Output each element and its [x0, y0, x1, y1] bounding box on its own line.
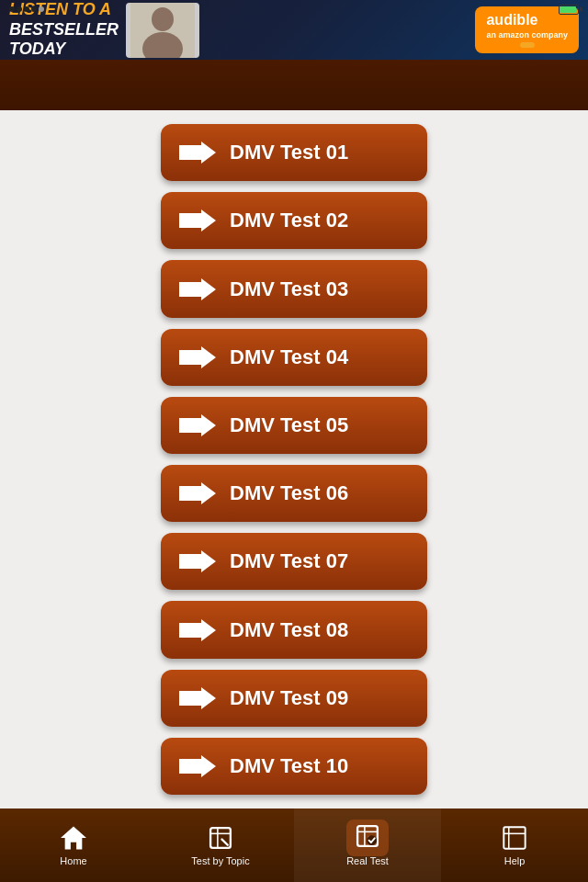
test-button-label: DMV Test 09	[230, 686, 348, 710]
test-button-1[interactable]: DMV Test 01	[161, 124, 427, 181]
test-button-label: DMV Test 10	[230, 754, 348, 778]
download-app-button[interactable]	[520, 42, 535, 48]
test-button-label: DMV Test 07	[230, 549, 348, 573]
tab-test-by-topic[interactable]: Test by Topic	[147, 808, 294, 882]
test-button-label: DMV Test 04	[230, 345, 348, 369]
test-button-label: DMV Test 01	[230, 141, 348, 164]
test-by-topic-tab-label: Test by Topic	[191, 855, 249, 866]
svg-marker-8	[179, 482, 216, 504]
test-button-10[interactable]: DMV Test 10	[161, 738, 427, 795]
signal-dots	[9, 6, 44, 12]
home-icon	[59, 825, 88, 851]
svg-marker-13	[61, 826, 86, 849]
real-test-tab-label: Real Test	[346, 855, 389, 866]
test-button-label: DMV Test 03	[230, 277, 348, 301]
test-button-label: DMV Test 05	[230, 413, 348, 437]
battery-icon	[559, 5, 579, 15]
test-button-7[interactable]: DMV Test 07	[161, 533, 427, 590]
test-by-topic-icon	[206, 825, 235, 851]
svg-marker-11	[179, 687, 216, 709]
tab-help[interactable]: Help	[441, 808, 588, 882]
svg-marker-7	[179, 414, 216, 436]
status-right	[559, 5, 579, 15]
svg-marker-12	[179, 755, 216, 777]
tab-home[interactable]: Home	[0, 808, 147, 882]
test-button-label: DMV Test 06	[230, 481, 348, 505]
help-tab-label: Help	[504, 855, 526, 866]
test-button-9[interactable]: DMV Test 09	[161, 670, 427, 727]
home-tab-label: Home	[60, 855, 86, 866]
test-button-6[interactable]: DMV Test 06	[161, 465, 427, 522]
svg-marker-10	[179, 619, 216, 641]
tab-bar: HomeTest by TopicReal TestHelp	[0, 808, 588, 882]
test-button-label: DMV Test 08	[230, 618, 348, 642]
status-left	[9, 6, 48, 12]
top-nav	[0, 60, 588, 110]
svg-marker-5	[179, 278, 216, 300]
svg-marker-6	[179, 346, 216, 368]
test-button-4[interactable]: DMV Test 04	[161, 329, 427, 386]
test-button-label: DMV Test 02	[230, 209, 348, 232]
test-button-8[interactable]: DMV Test 08	[161, 601, 427, 658]
help-icon	[500, 825, 529, 851]
test-button-3[interactable]: DMV Test 03	[161, 260, 427, 317]
main-content: DMV Test 01 DMV Test 02 DMV Test 03 DMV …	[0, 110, 588, 808]
svg-marker-9	[179, 550, 216, 572]
svg-marker-3	[179, 141, 216, 164]
test-button-5[interactable]: DMV Test 05	[161, 397, 427, 454]
test-button-2[interactable]: DMV Test 02	[161, 192, 427, 249]
svg-marker-4	[179, 209, 216, 232]
svg-rect-21	[503, 827, 525, 848]
real-test-icon	[353, 825, 382, 851]
status-bar	[0, 0, 588, 18]
tab-real-test[interactable]: Real Test	[294, 808, 441, 882]
